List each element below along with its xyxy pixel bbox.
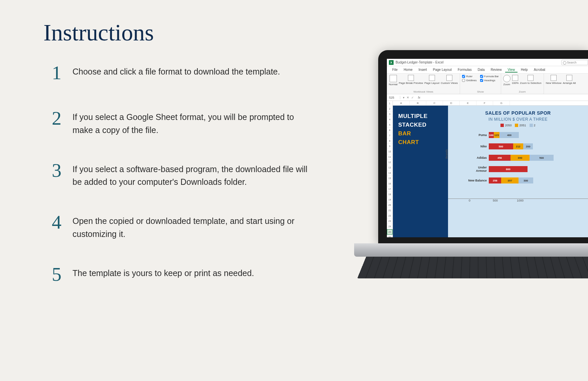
menu-home[interactable]: Home [401,67,415,73]
legend-swatch-icon [515,124,518,127]
checkbox-icon[interactable] [462,79,465,82]
dropdown-icon[interactable]: ▾ [403,96,405,99]
row-header[interactable]: 9 [387,144,393,149]
laptop-base [354,243,588,257]
row-header[interactable]: 26 [387,235,393,237]
instruction-text: Open the copied or downloaded template, … [72,215,312,241]
ruler-checkbox[interactable]: Ruler [462,75,477,78]
row-header[interactable]: 24 [387,224,393,229]
zoom-100-button[interactable]: 100% [512,75,519,86]
row-header[interactable]: 1 [387,101,393,106]
row-header[interactable]: 17 [387,186,393,192]
menu-insert[interactable]: Insert [416,67,430,73]
row-header[interactable]: 10 [387,149,393,154]
bar-category-label: New Balance [468,179,489,182]
column-header[interactable]: F [476,101,493,105]
row-header[interactable]: 5 [387,122,393,128]
legend-swatch-icon [530,124,533,127]
instruction-number: 1 [52,63,72,83]
row-header[interactable]: 23 [387,219,393,224]
row-header[interactable]: 16 [387,181,393,186]
column-header[interactable]: B [410,101,426,105]
panel-line: STACKED [398,122,443,128]
bar-track: 500212200 [489,143,588,149]
checkbox-icon[interactable] [462,75,465,78]
bar-category-label: Under Armour [468,166,489,172]
row-header[interactable]: 8 [387,138,393,144]
label: Zoom [503,83,510,86]
bar-segment: 300 [519,177,533,183]
row-header[interactable]: 21 [387,208,393,213]
y-axis-label: Brands [445,149,448,159]
spreadsheet-area[interactable]: 1234567891011121314151617181920212223242… [387,101,588,237]
normal-view-button[interactable]: Normal [389,75,398,86]
ribbon-group-zoom: Zoom 100% Zoom to Selection Zoom [501,74,544,94]
new-window-button[interactable]: New Window [546,75,562,85]
ribbon-group-window: New Window Arrange All [544,74,578,94]
row-header[interactable]: 22 [387,213,393,219]
checkbox-icon[interactable] [480,79,483,82]
instruction-item: 1 Choose and click a file format to down… [52,65,312,85]
row-header[interactable]: 4 [387,117,393,122]
x-tick: 0 [469,199,493,202]
instruction-number: 5 [52,265,72,284]
zoom-button[interactable]: Zoom [503,75,510,86]
formula-bar-checkbox[interactable]: Formula Bar [480,75,499,78]
page-layout-icon [429,75,435,81]
column-header[interactable]: E [460,101,476,105]
menu-help[interactable]: Help [518,67,531,73]
label: Ruler [466,75,472,78]
row-header[interactable]: 14 [387,170,393,176]
name-box[interactable]: S25 [387,96,400,99]
checkbox-icon[interactable] [480,75,483,78]
row-header[interactable]: 12 [387,160,393,165]
row-header[interactable]: 2 [387,106,393,112]
page-layout-button[interactable]: Page Layout [424,75,439,86]
menu-data[interactable]: Data [475,67,487,73]
menu-review[interactable]: Review [488,67,504,73]
label: New Window [546,82,562,85]
bar-segment: 200 [523,143,533,149]
gridlines-checkbox[interactable]: Gridlines [462,79,477,82]
menu-page-layout[interactable]: Page Layout [430,67,454,73]
row-header[interactable]: 20 [387,203,393,208]
headings-checkbox[interactable]: Headings [480,79,499,82]
row-header[interactable]: 11 [387,154,393,160]
bar-track: 800 [489,166,588,172]
column-header[interactable]: G [493,101,510,105]
custom-views-button[interactable]: Custom Views [441,75,458,86]
search-input[interactable]: Search [561,60,588,65]
bar-segment: 450 [489,155,510,161]
legend-swatch-icon [500,124,504,127]
zoom-selection-button[interactable]: Zoom to Selection [520,75,541,86]
row-header[interactable]: 6 [387,128,393,133]
row-headers: 1234567891011121314151617181920212223242… [387,101,393,237]
row-header[interactable]: 7 [387,133,393,138]
chart-subtitle: IN MILLION $ OVER A THREE [448,117,588,122]
row-header[interactable]: 25 [387,229,393,235]
column-header[interactable]: C [426,101,443,105]
row-header[interactable]: 19 [387,197,393,203]
sheet-body[interactable]: MULTIPLE STACKED BAR CHART SALES OF POPU… [393,106,588,237]
arrange-all-button[interactable]: Arrange All [563,75,576,85]
bar-row: Puma100123400 [468,130,588,140]
menu-view[interactable]: View [505,67,518,73]
row-header[interactable]: 3 [387,112,393,117]
ribbon-group-label: Workbook Views [389,90,458,93]
column-header[interactable]: A [393,101,410,105]
cancel-icon[interactable]: ✕ [407,96,409,99]
confirm-icon[interactable]: ✓ [411,96,414,99]
page-break-button[interactable]: Page Break Preview [399,75,423,86]
menu-file[interactable]: File [390,67,400,73]
column-header[interactable]: D [443,101,460,105]
row-header[interactable]: 13 [387,165,393,170]
panel-line: CHART [398,139,443,146]
menu-formulas[interactable]: Formulas [455,67,474,73]
row-header[interactable]: 15 [387,176,393,181]
instruction-number: 4 [52,213,72,232]
zoom-selection-icon [528,75,534,81]
magnifier-icon [503,75,510,82]
menu-acrobat[interactable]: Acrobat [531,67,548,73]
row-header[interactable]: 18 [387,192,393,197]
excel-logo-icon: X [389,60,394,65]
